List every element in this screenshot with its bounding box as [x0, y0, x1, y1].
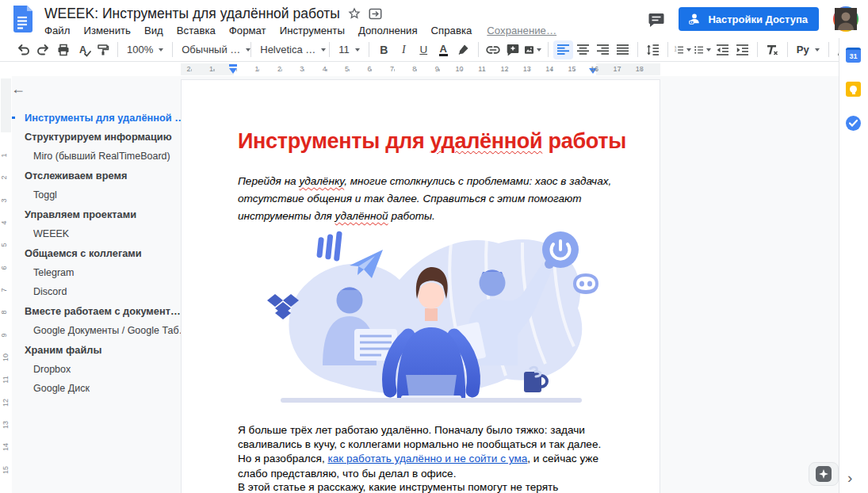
chevron-down-icon [686, 48, 691, 52]
align-left-button[interactable] [553, 40, 573, 59]
google-docs-icon[interactable] [12, 6, 33, 32]
undo-button[interactable] [13, 40, 33, 59]
outline-item[interactable]: Miro (бывший RealTimeBoard) [12, 147, 181, 166]
spellcheck-button[interactable]: A [73, 40, 93, 59]
toolbar: A 100% Обычный … Helvetica … 11 B I U A … [0, 38, 839, 62]
outline-item[interactable]: Управляем проектами [12, 204, 181, 224]
google-tasks-icon[interactable] [846, 116, 861, 131]
menu-item[interactable]: Формат [229, 25, 266, 36]
line-spacing-button[interactable] [643, 40, 663, 59]
numbered-list-button[interactable]: 1.2. [673, 40, 693, 59]
outline-item[interactable]: Вместе работаем с документ… [12, 301, 181, 320]
underline-button[interactable]: U [414, 40, 434, 59]
share-button[interactable]: Настройки Доступа [679, 7, 819, 31]
chevron-down-icon [355, 48, 360, 52]
ruler-number: 8 [412, 65, 416, 73]
explore-button[interactable] [809, 462, 839, 486]
outline-item[interactable]: Dropbox [12, 360, 181, 379]
saving-status[interactable]: Сохранение… [487, 25, 556, 36]
ruler-number: 18 [636, 65, 644, 73]
font-size-select[interactable]: 11 [335, 40, 364, 59]
outline-item[interactable]: Google Диск [12, 379, 181, 398]
ruler-number: 6 [367, 65, 371, 73]
menu-item[interactable]: Инструменты [280, 25, 345, 36]
paint-format-button[interactable] [93, 40, 113, 59]
left-indent-marker[interactable] [229, 68, 237, 74]
move-to-folder-icon[interactable] [369, 8, 382, 20]
workspace: Инструменты для удалённой …Структурируем… [0, 76, 839, 493]
outline-item[interactable]: Telegram [12, 263, 181, 282]
zoom-select[interactable]: 100% [123, 40, 167, 59]
vertical-ruler[interactable]: 123456789101112131415 [0, 76, 12, 493]
input-tools-select[interactable]: Ру [793, 40, 824, 59]
google-calendar-icon[interactable]: 31 [846, 48, 861, 63]
article-link[interactable]: как работать удалённо и не сойти с ума [327, 453, 527, 464]
ruler-number: 10 [456, 65, 464, 73]
outline-item[interactable]: Toggl [12, 185, 181, 204]
body-paragraph-1: Я больше трёх лет работаю удалённо. Пона… [238, 423, 617, 481]
bulleted-list-button[interactable] [693, 40, 713, 59]
zoom-value: 100% [127, 44, 153, 55]
chevron-down-icon [159, 48, 163, 52]
document-heading: Инструменты для удалённой работы [238, 129, 618, 154]
menu-item[interactable]: Справка [431, 25, 472, 36]
chevron-down-icon [815, 48, 820, 52]
ruler-number: 5 [0, 243, 8, 247]
menu-item[interactable]: Вид [144, 25, 163, 36]
expand-side-panel-button[interactable]: › [847, 470, 852, 485]
italic-button[interactable]: I [394, 40, 414, 59]
first-line-indent-marker[interactable] [229, 64, 237, 67]
ruler-number: 11 [2, 376, 10, 384]
add-comment-button[interactable] [503, 40, 523, 59]
menu-item[interactable]: Дополнения [358, 25, 418, 36]
outline-item[interactable]: Discord [12, 282, 181, 301]
account-avatar[interactable] [833, 6, 858, 32]
outline-item[interactable]: Инструменты для удалённой … [12, 108, 181, 127]
ruler-number: 4 [323, 65, 327, 73]
clear-formatting-button[interactable] [763, 40, 782, 59]
outline-item[interactable]: WEEEK [12, 224, 181, 243]
outline-item[interactable]: Google Документы / Google Таб… [12, 321, 181, 340]
ruler-number: 6 [0, 266, 8, 269]
star-icon[interactable] [348, 7, 361, 20]
ruler-number: 11 [478, 65, 485, 73]
remote-work-illustration [261, 216, 602, 403]
font-select[interactable]: Helvetica … [256, 40, 324, 59]
menu-item[interactable]: Файл [44, 25, 70, 36]
decrease-indent-button[interactable] [713, 40, 732, 59]
align-center-button[interactable] [573, 40, 593, 59]
outline-item[interactable]: Храним файлы [12, 340, 181, 359]
close-outline-button[interactable]: ← [11, 81, 25, 97]
paragraph-style-select[interactable]: Обычный … [178, 40, 246, 59]
chevron-down-icon [321, 48, 326, 52]
horizontal-ruler[interactable]: 21123456789101112131415161718 [0, 63, 839, 76]
font-value: Helvetica … [260, 44, 315, 55]
ruler-number: 2 [186, 65, 190, 73]
bold-button[interactable]: B [374, 40, 394, 59]
insert-link-button[interactable] [484, 40, 503, 59]
ruler-number: 1 [209, 65, 213, 73]
redo-button[interactable] [33, 40, 53, 59]
outline-item[interactable]: Отслеживаем время [12, 166, 181, 185]
ruler-number: 14 [545, 65, 553, 73]
increase-indent-button[interactable] [732, 40, 752, 59]
side-panel-strip: 31 › [839, 38, 868, 493]
insert-image-button[interactable] [523, 40, 543, 59]
align-right-button[interactable] [593, 40, 613, 59]
outline-item[interactable]: Структурируем информацию [12, 127, 181, 146]
chevron-down-icon [706, 48, 711, 52]
highlight-color-button[interactable] [453, 40, 473, 59]
ruler-number: 8 [0, 311, 8, 315]
outline-item[interactable]: Общаемся с коллегами [12, 243, 181, 262]
menu-item[interactable]: Изменить [83, 25, 131, 36]
ruler-number: 3 [0, 198, 8, 202]
justify-button[interactable] [613, 40, 633, 59]
google-keep-icon[interactable] [846, 82, 861, 97]
menu-item[interactable]: Вставка [177, 25, 216, 36]
ruler-number: 10 [2, 354, 10, 361]
print-button[interactable] [53, 40, 73, 59]
document-title[interactable]: WEEEK: Инструменты для удалённой работы [44, 6, 340, 22]
document-page[interactable]: Инструменты для удалённой работы Перейдя… [181, 79, 660, 493]
comments-icon[interactable] [648, 13, 664, 28]
text-color-button[interactable]: A [434, 40, 453, 59]
